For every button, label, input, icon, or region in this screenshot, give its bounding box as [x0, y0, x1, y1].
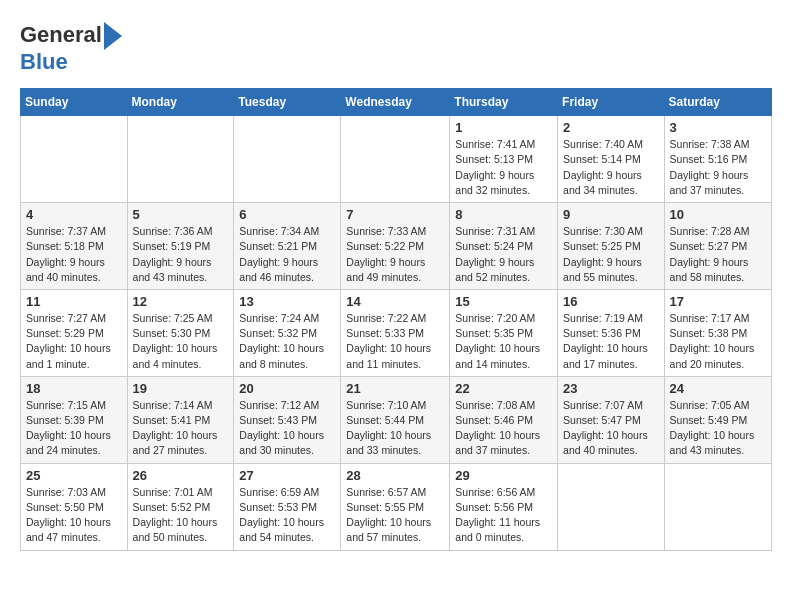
- calendar-table: SundayMondayTuesdayWednesdayThursdayFrid…: [20, 88, 772, 550]
- day-number: 6: [239, 207, 335, 222]
- logo-arrow-icon: [104, 22, 122, 50]
- day-number: 10: [670, 207, 766, 222]
- day-number: 18: [26, 381, 122, 396]
- day-number: 12: [133, 294, 229, 309]
- day-info: Sunrise: 7:19 AMSunset: 5:36 PMDaylight:…: [563, 311, 659, 372]
- calendar-cell: [341, 116, 450, 203]
- calendar-cell: 11Sunrise: 7:27 AMSunset: 5:29 PMDayligh…: [21, 289, 128, 376]
- weekday-header-monday: Monday: [127, 89, 234, 116]
- day-number: 13: [239, 294, 335, 309]
- weekday-header-saturday: Saturday: [664, 89, 771, 116]
- calendar-cell: 27Sunrise: 6:59 AMSunset: 5:53 PMDayligh…: [234, 463, 341, 550]
- day-info: Sunrise: 7:22 AMSunset: 5:33 PMDaylight:…: [346, 311, 444, 372]
- day-info: Sunrise: 7:36 AMSunset: 5:19 PMDaylight:…: [133, 224, 229, 285]
- calendar-cell: 24Sunrise: 7:05 AMSunset: 5:49 PMDayligh…: [664, 376, 771, 463]
- calendar-cell: 20Sunrise: 7:12 AMSunset: 5:43 PMDayligh…: [234, 376, 341, 463]
- calendar-week-row: 4Sunrise: 7:37 AMSunset: 5:18 PMDaylight…: [21, 203, 772, 290]
- calendar-cell: 29Sunrise: 6:56 AMSunset: 5:56 PMDayligh…: [450, 463, 558, 550]
- day-number: 1: [455, 120, 552, 135]
- day-number: 7: [346, 207, 444, 222]
- calendar-cell: 19Sunrise: 7:14 AMSunset: 5:41 PMDayligh…: [127, 376, 234, 463]
- logo-blue: Blue: [20, 50, 122, 74]
- day-info: Sunrise: 7:31 AMSunset: 5:24 PMDaylight:…: [455, 224, 552, 285]
- calendar-cell: [21, 116, 128, 203]
- weekday-header-sunday: Sunday: [21, 89, 128, 116]
- day-info: Sunrise: 7:17 AMSunset: 5:38 PMDaylight:…: [670, 311, 766, 372]
- calendar-cell: 13Sunrise: 7:24 AMSunset: 5:32 PMDayligh…: [234, 289, 341, 376]
- day-info: Sunrise: 7:40 AMSunset: 5:14 PMDaylight:…: [563, 137, 659, 198]
- day-number: 26: [133, 468, 229, 483]
- day-info: Sunrise: 7:24 AMSunset: 5:32 PMDaylight:…: [239, 311, 335, 372]
- calendar-week-row: 18Sunrise: 7:15 AMSunset: 5:39 PMDayligh…: [21, 376, 772, 463]
- calendar-cell: 2Sunrise: 7:40 AMSunset: 5:14 PMDaylight…: [558, 116, 665, 203]
- day-info: Sunrise: 7:33 AMSunset: 5:22 PMDaylight:…: [346, 224, 444, 285]
- weekday-header-friday: Friday: [558, 89, 665, 116]
- calendar-cell: 25Sunrise: 7:03 AMSunset: 5:50 PMDayligh…: [21, 463, 128, 550]
- day-number: 27: [239, 468, 335, 483]
- day-info: Sunrise: 6:59 AMSunset: 5:53 PMDaylight:…: [239, 485, 335, 546]
- day-number: 29: [455, 468, 552, 483]
- calendar-cell: [558, 463, 665, 550]
- day-number: 25: [26, 468, 122, 483]
- calendar-cell: 7Sunrise: 7:33 AMSunset: 5:22 PMDaylight…: [341, 203, 450, 290]
- day-info: Sunrise: 7:03 AMSunset: 5:50 PMDaylight:…: [26, 485, 122, 546]
- day-info: Sunrise: 7:15 AMSunset: 5:39 PMDaylight:…: [26, 398, 122, 459]
- day-number: 19: [133, 381, 229, 396]
- calendar-cell: 22Sunrise: 7:08 AMSunset: 5:46 PMDayligh…: [450, 376, 558, 463]
- calendar-cell: 8Sunrise: 7:31 AMSunset: 5:24 PMDaylight…: [450, 203, 558, 290]
- weekday-header-wednesday: Wednesday: [341, 89, 450, 116]
- day-info: Sunrise: 6:56 AMSunset: 5:56 PMDaylight:…: [455, 485, 552, 546]
- day-number: 9: [563, 207, 659, 222]
- calendar-cell: [127, 116, 234, 203]
- logo-text: General: [20, 23, 102, 47]
- day-info: Sunrise: 7:08 AMSunset: 5:46 PMDaylight:…: [455, 398, 552, 459]
- header: General Blue: [20, 16, 772, 74]
- day-number: 2: [563, 120, 659, 135]
- day-info: Sunrise: 7:34 AMSunset: 5:21 PMDaylight:…: [239, 224, 335, 285]
- weekday-header-tuesday: Tuesday: [234, 89, 341, 116]
- day-info: Sunrise: 6:57 AMSunset: 5:55 PMDaylight:…: [346, 485, 444, 546]
- calendar-week-row: 25Sunrise: 7:03 AMSunset: 5:50 PMDayligh…: [21, 463, 772, 550]
- day-info: Sunrise: 7:12 AMSunset: 5:43 PMDaylight:…: [239, 398, 335, 459]
- day-info: Sunrise: 7:05 AMSunset: 5:49 PMDaylight:…: [670, 398, 766, 459]
- calendar-cell: 15Sunrise: 7:20 AMSunset: 5:35 PMDayligh…: [450, 289, 558, 376]
- weekday-header-row: SundayMondayTuesdayWednesdayThursdayFrid…: [21, 89, 772, 116]
- day-number: 21: [346, 381, 444, 396]
- day-number: 22: [455, 381, 552, 396]
- day-info: Sunrise: 7:38 AMSunset: 5:16 PMDaylight:…: [670, 137, 766, 198]
- day-info: Sunrise: 7:25 AMSunset: 5:30 PMDaylight:…: [133, 311, 229, 372]
- weekday-header-thursday: Thursday: [450, 89, 558, 116]
- day-number: 17: [670, 294, 766, 309]
- calendar-cell: 9Sunrise: 7:30 AMSunset: 5:25 PMDaylight…: [558, 203, 665, 290]
- calendar-cell: 5Sunrise: 7:36 AMSunset: 5:19 PMDaylight…: [127, 203, 234, 290]
- day-number: 11: [26, 294, 122, 309]
- day-number: 23: [563, 381, 659, 396]
- day-number: 16: [563, 294, 659, 309]
- calendar-cell: 28Sunrise: 6:57 AMSunset: 5:55 PMDayligh…: [341, 463, 450, 550]
- calendar-cell: 10Sunrise: 7:28 AMSunset: 5:27 PMDayligh…: [664, 203, 771, 290]
- calendar-cell: 16Sunrise: 7:19 AMSunset: 5:36 PMDayligh…: [558, 289, 665, 376]
- day-info: Sunrise: 7:30 AMSunset: 5:25 PMDaylight:…: [563, 224, 659, 285]
- day-info: Sunrise: 7:10 AMSunset: 5:44 PMDaylight:…: [346, 398, 444, 459]
- calendar-cell: 21Sunrise: 7:10 AMSunset: 5:44 PMDayligh…: [341, 376, 450, 463]
- day-info: Sunrise: 7:14 AMSunset: 5:41 PMDaylight:…: [133, 398, 229, 459]
- logo-general: General: [20, 22, 102, 47]
- day-info: Sunrise: 7:41 AMSunset: 5:13 PMDaylight:…: [455, 137, 552, 198]
- calendar-cell: 3Sunrise: 7:38 AMSunset: 5:16 PMDaylight…: [664, 116, 771, 203]
- calendar-cell: 26Sunrise: 7:01 AMSunset: 5:52 PMDayligh…: [127, 463, 234, 550]
- calendar-cell: [234, 116, 341, 203]
- day-info: Sunrise: 7:37 AMSunset: 5:18 PMDaylight:…: [26, 224, 122, 285]
- calendar-cell: 12Sunrise: 7:25 AMSunset: 5:30 PMDayligh…: [127, 289, 234, 376]
- day-number: 14: [346, 294, 444, 309]
- calendar-cell: 4Sunrise: 7:37 AMSunset: 5:18 PMDaylight…: [21, 203, 128, 290]
- day-number: 28: [346, 468, 444, 483]
- calendar-cell: 1Sunrise: 7:41 AMSunset: 5:13 PMDaylight…: [450, 116, 558, 203]
- day-number: 8: [455, 207, 552, 222]
- calendar-week-row: 11Sunrise: 7:27 AMSunset: 5:29 PMDayligh…: [21, 289, 772, 376]
- logo: General Blue: [20, 20, 122, 74]
- day-number: 4: [26, 207, 122, 222]
- calendar-cell: 17Sunrise: 7:17 AMSunset: 5:38 PMDayligh…: [664, 289, 771, 376]
- day-number: 24: [670, 381, 766, 396]
- day-number: 5: [133, 207, 229, 222]
- calendar-cell: [664, 463, 771, 550]
